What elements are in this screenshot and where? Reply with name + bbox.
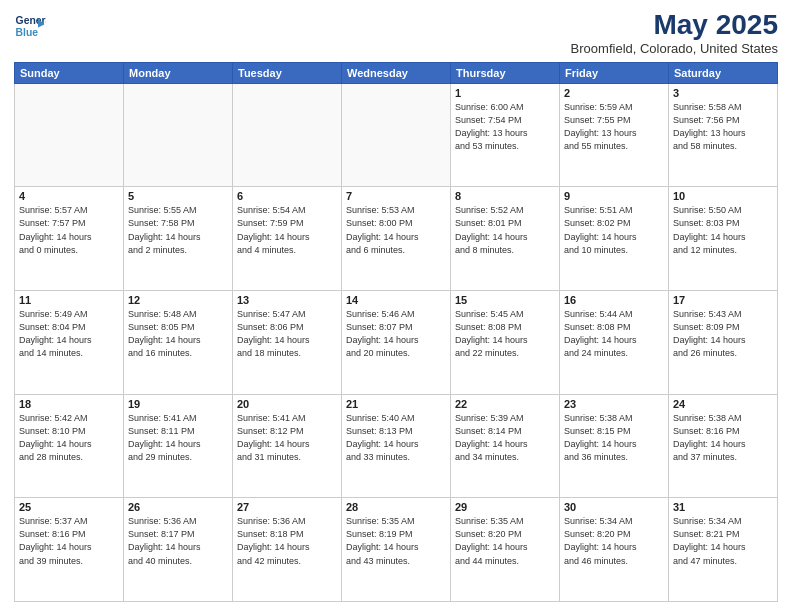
day-number: 10 <box>673 190 773 202</box>
day-info: Sunrise: 6:00 AM Sunset: 7:54 PM Dayligh… <box>455 101 555 153</box>
day-number: 21 <box>346 398 446 410</box>
calendar-cell: 31Sunrise: 5:34 AM Sunset: 8:21 PM Dayli… <box>669 498 778 602</box>
calendar-week-row: 18Sunrise: 5:42 AM Sunset: 8:10 PM Dayli… <box>15 394 778 498</box>
day-info: Sunrise: 5:59 AM Sunset: 7:55 PM Dayligh… <box>564 101 664 153</box>
svg-text:Blue: Blue <box>16 27 39 38</box>
calendar-cell: 25Sunrise: 5:37 AM Sunset: 8:16 PM Dayli… <box>15 498 124 602</box>
day-number: 20 <box>237 398 337 410</box>
calendar-cell: 26Sunrise: 5:36 AM Sunset: 8:17 PM Dayli… <box>124 498 233 602</box>
calendar-cell: 9Sunrise: 5:51 AM Sunset: 8:02 PM Daylig… <box>560 187 669 291</box>
calendar-cell: 12Sunrise: 5:48 AM Sunset: 8:05 PM Dayli… <box>124 291 233 395</box>
day-info: Sunrise: 5:36 AM Sunset: 8:18 PM Dayligh… <box>237 515 337 567</box>
day-info: Sunrise: 5:45 AM Sunset: 8:08 PM Dayligh… <box>455 308 555 360</box>
logo: General Blue <box>14 10 48 42</box>
calendar-cell: 13Sunrise: 5:47 AM Sunset: 8:06 PM Dayli… <box>233 291 342 395</box>
day-info: Sunrise: 5:40 AM Sunset: 8:13 PM Dayligh… <box>346 412 446 464</box>
day-info: Sunrise: 5:46 AM Sunset: 8:07 PM Dayligh… <box>346 308 446 360</box>
page: General Blue May 2025 Broomfield, Colora… <box>0 0 792 612</box>
day-number: 16 <box>564 294 664 306</box>
calendar-cell: 16Sunrise: 5:44 AM Sunset: 8:08 PM Dayli… <box>560 291 669 395</box>
day-number: 7 <box>346 190 446 202</box>
day-info: Sunrise: 5:43 AM Sunset: 8:09 PM Dayligh… <box>673 308 773 360</box>
day-number: 11 <box>19 294 119 306</box>
day-info: Sunrise: 5:35 AM Sunset: 8:19 PM Dayligh… <box>346 515 446 567</box>
day-info: Sunrise: 5:42 AM Sunset: 8:10 PM Dayligh… <box>19 412 119 464</box>
day-number: 24 <box>673 398 773 410</box>
day-number: 15 <box>455 294 555 306</box>
day-number: 18 <box>19 398 119 410</box>
calendar-cell: 29Sunrise: 5:35 AM Sunset: 8:20 PM Dayli… <box>451 498 560 602</box>
calendar-cell: 14Sunrise: 5:46 AM Sunset: 8:07 PM Dayli… <box>342 291 451 395</box>
day-info: Sunrise: 5:44 AM Sunset: 8:08 PM Dayligh… <box>564 308 664 360</box>
day-number: 8 <box>455 190 555 202</box>
day-info: Sunrise: 5:38 AM Sunset: 8:16 PM Dayligh… <box>673 412 773 464</box>
calendar-week-row: 4Sunrise: 5:57 AM Sunset: 7:57 PM Daylig… <box>15 187 778 291</box>
day-info: Sunrise: 5:49 AM Sunset: 8:04 PM Dayligh… <box>19 308 119 360</box>
calendar-cell: 18Sunrise: 5:42 AM Sunset: 8:10 PM Dayli… <box>15 394 124 498</box>
calendar-cell: 15Sunrise: 5:45 AM Sunset: 8:08 PM Dayli… <box>451 291 560 395</box>
day-number: 3 <box>673 87 773 99</box>
day-number: 13 <box>237 294 337 306</box>
calendar-subtitle: Broomfield, Colorado, United States <box>571 41 778 56</box>
day-number: 6 <box>237 190 337 202</box>
col-wednesday: Wednesday <box>342 62 451 83</box>
day-info: Sunrise: 5:51 AM Sunset: 8:02 PM Dayligh… <box>564 204 664 256</box>
day-number: 2 <box>564 87 664 99</box>
day-info: Sunrise: 5:55 AM Sunset: 7:58 PM Dayligh… <box>128 204 228 256</box>
calendar-cell: 7Sunrise: 5:53 AM Sunset: 8:00 PM Daylig… <box>342 187 451 291</box>
calendar-cell: 17Sunrise: 5:43 AM Sunset: 8:09 PM Dayli… <box>669 291 778 395</box>
calendar-cell <box>15 83 124 187</box>
calendar-cell: 5Sunrise: 5:55 AM Sunset: 7:58 PM Daylig… <box>124 187 233 291</box>
day-number: 17 <box>673 294 773 306</box>
day-number: 26 <box>128 501 228 513</box>
calendar-cell: 8Sunrise: 5:52 AM Sunset: 8:01 PM Daylig… <box>451 187 560 291</box>
calendar-cell <box>124 83 233 187</box>
calendar-cell <box>233 83 342 187</box>
calendar-week-row: 1Sunrise: 6:00 AM Sunset: 7:54 PM Daylig… <box>15 83 778 187</box>
calendar-week-row: 11Sunrise: 5:49 AM Sunset: 8:04 PM Dayli… <box>15 291 778 395</box>
day-info: Sunrise: 5:35 AM Sunset: 8:20 PM Dayligh… <box>455 515 555 567</box>
calendar-cell: 6Sunrise: 5:54 AM Sunset: 7:59 PM Daylig… <box>233 187 342 291</box>
day-number: 29 <box>455 501 555 513</box>
calendar-cell: 30Sunrise: 5:34 AM Sunset: 8:20 PM Dayli… <box>560 498 669 602</box>
calendar-cell: 2Sunrise: 5:59 AM Sunset: 7:55 PM Daylig… <box>560 83 669 187</box>
day-number: 27 <box>237 501 337 513</box>
day-info: Sunrise: 5:34 AM Sunset: 8:20 PM Dayligh… <box>564 515 664 567</box>
title-block: May 2025 Broomfield, Colorado, United St… <box>571 10 778 56</box>
day-info: Sunrise: 5:48 AM Sunset: 8:05 PM Dayligh… <box>128 308 228 360</box>
day-number: 19 <box>128 398 228 410</box>
day-info: Sunrise: 5:37 AM Sunset: 8:16 PM Dayligh… <box>19 515 119 567</box>
calendar-cell: 24Sunrise: 5:38 AM Sunset: 8:16 PM Dayli… <box>669 394 778 498</box>
day-number: 31 <box>673 501 773 513</box>
calendar-cell: 3Sunrise: 5:58 AM Sunset: 7:56 PM Daylig… <box>669 83 778 187</box>
col-saturday: Saturday <box>669 62 778 83</box>
day-number: 30 <box>564 501 664 513</box>
day-info: Sunrise: 5:36 AM Sunset: 8:17 PM Dayligh… <box>128 515 228 567</box>
calendar-cell: 4Sunrise: 5:57 AM Sunset: 7:57 PM Daylig… <box>15 187 124 291</box>
calendar-cell: 28Sunrise: 5:35 AM Sunset: 8:19 PM Dayli… <box>342 498 451 602</box>
col-friday: Friday <box>560 62 669 83</box>
day-number: 12 <box>128 294 228 306</box>
calendar-cell: 22Sunrise: 5:39 AM Sunset: 8:14 PM Dayli… <box>451 394 560 498</box>
col-thursday: Thursday <box>451 62 560 83</box>
calendar-cell: 19Sunrise: 5:41 AM Sunset: 8:11 PM Dayli… <box>124 394 233 498</box>
day-number: 23 <box>564 398 664 410</box>
day-number: 25 <box>19 501 119 513</box>
day-info: Sunrise: 5:50 AM Sunset: 8:03 PM Dayligh… <box>673 204 773 256</box>
calendar-cell: 20Sunrise: 5:41 AM Sunset: 8:12 PM Dayli… <box>233 394 342 498</box>
day-info: Sunrise: 5:58 AM Sunset: 7:56 PM Dayligh… <box>673 101 773 153</box>
day-number: 22 <box>455 398 555 410</box>
day-info: Sunrise: 5:39 AM Sunset: 8:14 PM Dayligh… <box>455 412 555 464</box>
day-number: 28 <box>346 501 446 513</box>
calendar-cell: 21Sunrise: 5:40 AM Sunset: 8:13 PM Dayli… <box>342 394 451 498</box>
day-info: Sunrise: 5:47 AM Sunset: 8:06 PM Dayligh… <box>237 308 337 360</box>
calendar-cell: 27Sunrise: 5:36 AM Sunset: 8:18 PM Dayli… <box>233 498 342 602</box>
day-info: Sunrise: 5:34 AM Sunset: 8:21 PM Dayligh… <box>673 515 773 567</box>
day-info: Sunrise: 5:52 AM Sunset: 8:01 PM Dayligh… <box>455 204 555 256</box>
day-number: 9 <box>564 190 664 202</box>
calendar-header-row: Sunday Monday Tuesday Wednesday Thursday… <box>15 62 778 83</box>
day-info: Sunrise: 5:38 AM Sunset: 8:15 PM Dayligh… <box>564 412 664 464</box>
day-number: 4 <box>19 190 119 202</box>
header: General Blue May 2025 Broomfield, Colora… <box>14 10 778 56</box>
calendar-cell: 23Sunrise: 5:38 AM Sunset: 8:15 PM Dayli… <box>560 394 669 498</box>
